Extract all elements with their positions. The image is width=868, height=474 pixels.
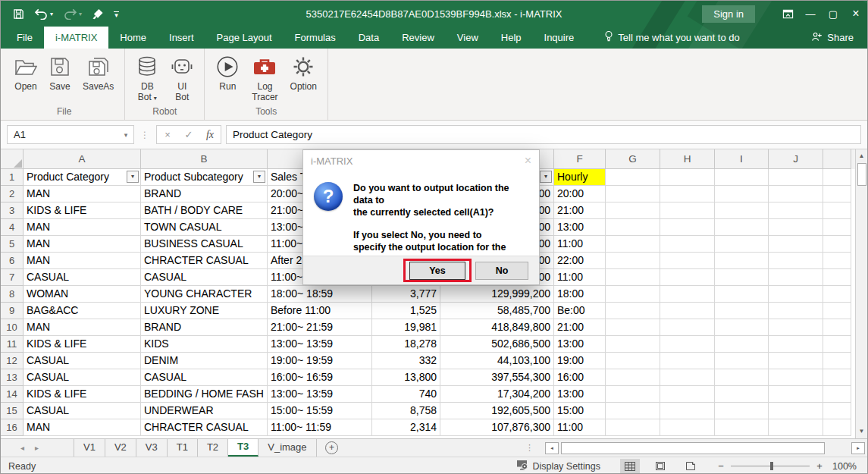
- customize-qat-icon[interactable]: ▾: [114, 11, 119, 17]
- row-header-2[interactable]: 2: [1, 186, 24, 202]
- tab-help[interactable]: Help: [490, 27, 533, 49]
- column-header-partial[interactable]: [823, 149, 851, 169]
- save-icon[interactable]: [13, 8, 24, 20]
- row-header-12[interactable]: 12: [1, 353, 24, 369]
- cell-B7[interactable]: CASUAL: [141, 269, 268, 286]
- cell-D13[interactable]: 13,800: [372, 369, 440, 386]
- cell-E15[interactable]: 192,605,500: [440, 403, 554, 419]
- zoom-level[interactable]: 100%: [832, 461, 867, 472]
- cell-K5[interactable]: [823, 236, 851, 253]
- tab-page-layout[interactable]: Page Layout: [205, 27, 284, 49]
- sheet-tab-T1[interactable]: T1: [168, 439, 198, 457]
- cell-G6[interactable]: [606, 253, 660, 269]
- cell-G2[interactable]: [606, 186, 660, 202]
- row-header-4[interactable]: 4: [1, 219, 24, 236]
- cell-G8[interactable]: [606, 286, 660, 303]
- filter-dropdown-icon-E1[interactable]: ▾: [540, 171, 552, 183]
- cell-I2[interactable]: [715, 186, 769, 202]
- cell-J5[interactable]: [769, 236, 823, 253]
- cell-J15[interactable]: [769, 403, 823, 419]
- scroll-right-icon[interactable]: ▸: [851, 442, 865, 454]
- formula-input[interactable]: Product Category: [226, 125, 861, 144]
- cell-F5[interactable]: 11:00: [554, 236, 606, 253]
- cell-K1[interactable]: [823, 169, 851, 186]
- cell-A16[interactable]: MAN: [24, 419, 141, 436]
- cell-D14[interactable]: 740: [372, 386, 440, 403]
- cell-I14[interactable]: [715, 386, 769, 403]
- cell-F3[interactable]: 21:00: [554, 202, 606, 219]
- cell-J10[interactable]: [769, 319, 823, 336]
- ribbon-display-options-icon[interactable]: [776, 1, 799, 27]
- cell-J3[interactable]: [769, 202, 823, 219]
- cell-A2[interactable]: MAN: [24, 186, 141, 202]
- scroll-left-icon[interactable]: ◂: [545, 442, 559, 454]
- cell-F16[interactable]: 11:00: [554, 419, 606, 436]
- cell-K11[interactable]: [823, 336, 851, 353]
- cell-J8[interactable]: [769, 286, 823, 303]
- tab-inquire[interactable]: Inquire: [533, 27, 586, 49]
- undo-icon[interactable]: ▾: [34, 8, 53, 20]
- cell-G3[interactable]: [606, 202, 660, 219]
- cell-H4[interactable]: [660, 219, 715, 236]
- tab-view[interactable]: View: [446, 27, 490, 49]
- row-header-16[interactable]: 16: [1, 419, 24, 436]
- cell-I13[interactable]: [715, 369, 769, 386]
- cell-G10[interactable]: [606, 319, 660, 336]
- cell-C11[interactable]: 13:00~ 13:59: [268, 336, 372, 353]
- cell-C10[interactable]: 21:00~ 21:59: [268, 319, 372, 336]
- cell-I8[interactable]: [715, 286, 769, 303]
- cell-J7[interactable]: [769, 269, 823, 286]
- cell-G5[interactable]: [606, 236, 660, 253]
- cell-G15[interactable]: [606, 403, 660, 419]
- cell-F1[interactable]: Hourly: [554, 169, 606, 186]
- no-button[interactable]: No: [475, 262, 528, 280]
- sheet-tab-V1[interactable]: V1: [74, 439, 105, 457]
- column-header-J[interactable]: J: [769, 149, 823, 169]
- minimize-button[interactable]: —: [799, 1, 822, 27]
- cell-C9[interactable]: Before 11:00: [268, 303, 372, 319]
- scroll-sheets-left-icon[interactable]: ◂: [20, 444, 24, 452]
- row-header-10[interactable]: 10: [1, 319, 24, 336]
- cell-A7[interactable]: CASUAL: [24, 269, 141, 286]
- cell-H14[interactable]: [660, 386, 715, 403]
- undo-dropdown-icon[interactable]: ▾: [50, 11, 53, 17]
- cell-F12[interactable]: 19:00: [554, 353, 606, 369]
- cancel-icon[interactable]: ×: [157, 129, 178, 140]
- cell-K2[interactable]: [823, 186, 851, 202]
- select-all-corner[interactable]: [1, 149, 24, 169]
- cell-G7[interactable]: [606, 269, 660, 286]
- cell-H3[interactable]: [660, 202, 715, 219]
- tab-data[interactable]: Data: [347, 27, 390, 49]
- cell-D9[interactable]: 1,525: [372, 303, 440, 319]
- cell-H16[interactable]: [660, 419, 715, 436]
- display-settings-button[interactable]: Display Settings: [516, 460, 620, 472]
- filter-dropdown-icon-A1[interactable]: ▾: [127, 171, 139, 183]
- sheet-tab-V_image[interactable]: V_image: [259, 439, 316, 457]
- dialog-close-icon[interactable]: ×: [525, 154, 531, 168]
- column-header-G[interactable]: G: [606, 149, 660, 169]
- log-tracer-button[interactable]: Log Tracer: [246, 49, 284, 102]
- sheet-tab-V2[interactable]: V2: [105, 439, 136, 457]
- cell-A9[interactable]: BAG&ACC: [24, 303, 141, 319]
- zoom-out-button[interactable]: −: [717, 460, 725, 472]
- cell-D12[interactable]: 332: [372, 353, 440, 369]
- cell-E11[interactable]: 502,686,500: [440, 336, 554, 353]
- cell-A12[interactable]: CASUAL: [24, 353, 141, 369]
- cell-J11[interactable]: [769, 336, 823, 353]
- cell-I16[interactable]: [715, 419, 769, 436]
- ui-bot-button[interactable]: UI Bot: [165, 49, 199, 102]
- cell-F11[interactable]: 13:00: [554, 336, 606, 353]
- column-header-B[interactable]: B: [141, 149, 268, 169]
- column-header-A[interactable]: A: [24, 149, 141, 169]
- maximize-button[interactable]: ▢: [822, 1, 844, 27]
- cell-H13[interactable]: [660, 369, 715, 386]
- cell-D16[interactable]: 2,314: [372, 419, 440, 436]
- cell-G16[interactable]: [606, 419, 660, 436]
- cell-K4[interactable]: [823, 219, 851, 236]
- cell-A4[interactable]: MAN: [24, 219, 141, 236]
- cell-A3[interactable]: KIDS & LIFE: [24, 202, 141, 219]
- cell-I11[interactable]: [715, 336, 769, 353]
- cell-K8[interactable]: [823, 286, 851, 303]
- cell-K10[interactable]: [823, 319, 851, 336]
- cell-G12[interactable]: [606, 353, 660, 369]
